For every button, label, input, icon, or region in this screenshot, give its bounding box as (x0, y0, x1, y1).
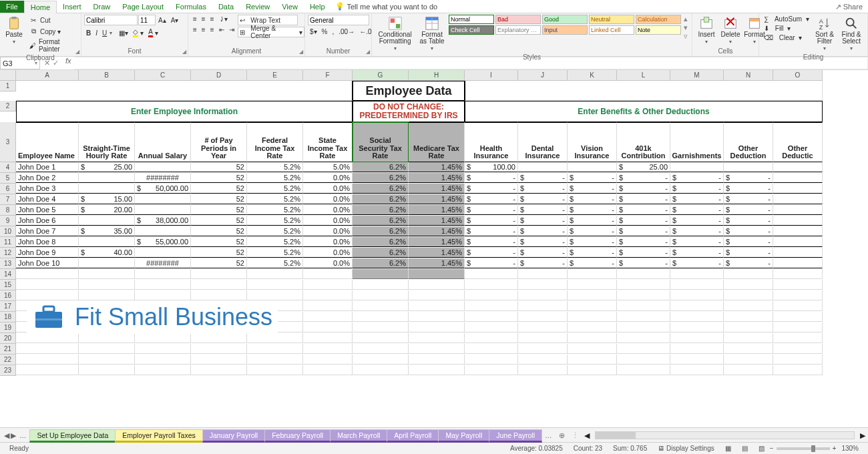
cell[interactable]: ######## (135, 258, 191, 268)
cell[interactable]: $- (617, 248, 670, 258)
cell[interactable]: John Doe 6 (16, 216, 79, 226)
fill-button[interactable]: ⬇ Fill ▾ (762, 24, 811, 33)
percent-format-button[interactable]: % (320, 27, 330, 36)
cell[interactable] (303, 280, 353, 290)
cell[interactable] (670, 301, 724, 311)
cell[interactable] (353, 312, 409, 322)
format-as-table-button[interactable]: Format as Table▾ (417, 15, 447, 53)
cell[interactable] (191, 280, 247, 290)
styles-scroll[interactable]: ▴▾▿ (682, 15, 689, 41)
cell[interactable] (773, 344, 823, 354)
cell[interactable]: 6.2% (353, 205, 409, 215)
cell[interactable]: $50,000.00 (135, 184, 191, 194)
cell[interactable]: $- (465, 173, 518, 183)
cell[interactable] (773, 301, 823, 311)
cell[interactable] (353, 355, 409, 365)
number-dialog-icon[interactable]: ◢ (366, 49, 370, 55)
cell[interactable] (773, 237, 823, 247)
cell[interactable]: John Doe 9 (16, 248, 79, 258)
cell[interactable]: $- (465, 216, 518, 226)
cell[interactable]: 52 (191, 184, 247, 194)
cell[interactable] (773, 173, 823, 183)
insert-cells-button[interactable]: Insert▾ (695, 15, 718, 46)
cell[interactable] (773, 312, 823, 322)
cell[interactable] (617, 344, 670, 354)
cell[interactable] (670, 355, 724, 365)
hscroll-right-icon[interactable]: ▶ (860, 431, 865, 439)
cell[interactable]: $- (724, 205, 773, 215)
cell[interactable]: 0.0% (303, 248, 353, 258)
cell[interactable] (724, 365, 773, 375)
border-button[interactable]: ▦▾ (117, 29, 130, 37)
cut-button[interactable]: ✂Cut (27, 15, 78, 25)
cell[interactable] (303, 344, 353, 354)
cell[interactable] (773, 355, 823, 365)
cell[interactable] (79, 173, 135, 183)
cell[interactable]: 5.2% (247, 173, 303, 183)
cell[interactable] (191, 355, 247, 365)
cell[interactable]: 1.45% (409, 258, 465, 268)
cell[interactable] (724, 355, 773, 365)
cell[interactable]: $- (670, 258, 724, 268)
cell[interactable]: $- (568, 184, 617, 194)
cell[interactable]: 0.0% (303, 216, 353, 226)
cell[interactable]: 5.2% (247, 216, 303, 226)
col-header-K[interactable]: K (568, 70, 617, 81)
underline-button[interactable]: U (100, 29, 109, 37)
column-header[interactable]: Straight-Time Hourly Rate (79, 122, 135, 162)
cell[interactable] (568, 333, 617, 343)
cell[interactable] (724, 290, 773, 300)
cell[interactable]: 52 (191, 205, 247, 215)
cell[interactable]: 0.0% (303, 258, 353, 268)
cell[interactable] (617, 301, 670, 311)
cell[interactable]: 0.0% (303, 237, 353, 247)
cell[interactable] (191, 269, 247, 279)
cell[interactable]: John Doe 7 (16, 226, 79, 236)
comma-format-button[interactable]: , (330, 27, 336, 36)
cell[interactable]: 52 (191, 248, 247, 258)
cell[interactable]: $- (724, 184, 773, 194)
cell[interactable] (135, 290, 191, 300)
cell[interactable] (303, 269, 353, 279)
col-header-L[interactable]: L (617, 70, 670, 81)
horizontal-scrollbar[interactable] (595, 431, 855, 439)
view-pagelayout-icon[interactable]: ▤ (736, 445, 753, 452)
cell[interactable]: $- (724, 237, 773, 247)
column-header[interactable]: # of Pay Periods in Year (191, 122, 247, 162)
scroll-thumb[interactable] (596, 432, 636, 439)
cell[interactable] (247, 269, 303, 279)
cell[interactable]: $- (465, 237, 518, 247)
decrease-font-icon[interactable]: A▾ (169, 16, 181, 25)
nav-prev-icon[interactable]: ◀ (4, 431, 9, 439)
cell[interactable]: 52 (191, 162, 247, 172)
zoom-out-button[interactable]: − (770, 445, 774, 452)
cell[interactable]: John Doe 1 (16, 162, 79, 172)
cell[interactable]: John Doe 10 (16, 258, 79, 268)
tab-file[interactable]: File (0, 1, 24, 13)
cell[interactable] (617, 365, 670, 375)
font-name-input[interactable] (84, 15, 138, 25)
col-header-O[interactable]: O (773, 70, 823, 81)
cell[interactable] (773, 258, 823, 268)
cell[interactable]: $- (518, 205, 568, 215)
sheet-tab[interactable]: Set Up Employee Data (29, 429, 116, 443)
cell[interactable]: $- (724, 194, 773, 204)
cell[interactable] (353, 290, 409, 300)
nav-next-icon[interactable]: ▶ (11, 431, 16, 439)
cell[interactable]: $- (724, 173, 773, 183)
cell[interactable] (409, 322, 465, 332)
tab-insert[interactable]: Insert (57, 1, 87, 13)
cell[interactable]: $- (518, 248, 568, 258)
cell[interactable] (135, 269, 191, 279)
cell[interactable]: $- (670, 194, 724, 204)
cell[interactable]: ######## (135, 173, 191, 183)
cell[interactable] (16, 290, 79, 300)
font-color-button[interactable]: A▾ (146, 27, 160, 38)
cell[interactable] (568, 301, 617, 311)
cell[interactable]: $- (617, 226, 670, 236)
cell[interactable] (247, 355, 303, 365)
cell[interactable]: 1.45% (409, 226, 465, 236)
col-header-M[interactable]: M (670, 70, 724, 81)
cell[interactable]: 6.2% (353, 226, 409, 236)
style-normal[interactable]: Normal (449, 15, 494, 24)
